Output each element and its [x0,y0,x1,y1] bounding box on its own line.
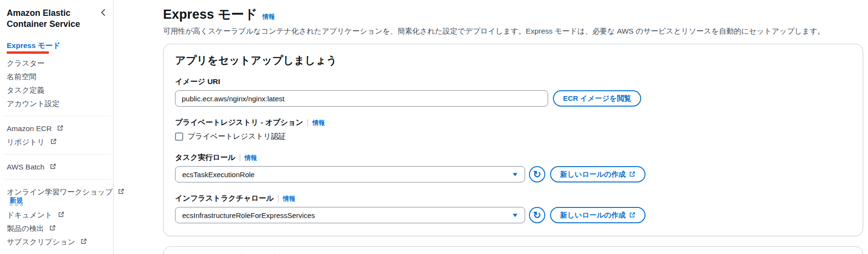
private-registry-auth-checkbox-row[interactable]: プライベートレジストリ認証 [175,132,851,142]
info-link[interactable]: 情報 [312,119,325,127]
external-link-icon [58,211,64,219]
external-link-icon [50,163,56,171]
page-title: Express モード [163,6,258,23]
task-role-selected-value: ecsTaskExecutionRole [182,170,255,179]
main-content: Express モード 情報 可用性が高くスケーラブルなコンテナ化されたアプリケ… [114,0,868,254]
setup-card: アプリをセットアップしましょう イメージ URI ECR イメージを閲覧 プライ… [163,44,863,236]
sidebar-item-subscriptions[interactable]: サブスクリプション [7,238,108,246]
image-uri-label: イメージ URI [175,77,220,87]
private-registry-section: プライベートレジストリ - オプション 情報 プライベートレジストリ認証 [175,118,851,142]
page-header: Express モード 情報 [163,6,863,23]
other-settings-expander[interactable]: ▶ その他の設定 - オプション [163,246,863,254]
refresh-icon: ↻ [533,169,541,179]
sidebar-item-repositories[interactable]: リポジトリ [7,138,108,146]
browse-ecr-images-button[interactable]: ECR イメージを閲覧 [553,90,641,107]
sidebar-header: Amazon Elastic Container Service [7,8,113,30]
label-separator [307,119,308,126]
infra-role-select[interactable]: ecsInfrastructureRoleForExpressServices … [175,207,525,223]
external-link-icon [629,211,635,219]
sidebar-item-clusters[interactable]: クラスター [7,59,108,67]
refresh-button[interactable]: ↻ [529,207,545,223]
sidebar-item-aws-batch[interactable]: AWS Batch [7,163,108,171]
create-new-role-button[interactable]: 新しいロールの作成 [550,166,645,182]
create-new-role-button[interactable]: 新しいロールの作成 [550,207,645,223]
sidebar-item-namespaces[interactable]: 名前空間 [7,73,108,81]
setup-card-title: アプリをセットアップしましょう [175,53,851,68]
sidebar-item-express-mode[interactable]: Express モード [7,41,108,54]
external-link-icon [50,138,57,146]
info-link[interactable]: 情報 [245,154,257,162]
info-link[interactable]: 情報 [262,12,275,21]
external-link-icon [81,238,87,246]
sidebar-divider [4,116,110,116]
checkbox-unchecked[interactable] [175,133,183,141]
refresh-button[interactable]: ↻ [529,166,545,182]
image-uri-input[interactable] [175,90,548,107]
sidebar-divider [4,179,110,180]
sidebar-item-product-discovery[interactable]: 製品の検出 [7,224,108,232]
private-registry-label: プライベートレジストリ - オプション [175,118,303,128]
image-uri-field: イメージ URI ECR イメージを閲覧 [175,77,851,107]
sidebar-item-task-definitions[interactable]: タスク定義 [7,86,108,94]
infra-role-label: インフラストラクチャロール [175,194,274,204]
sidebar-item-amazon-ecr[interactable]: Amazon ECR [7,124,108,133]
refresh-icon: ↻ [533,210,541,220]
external-link-icon [57,125,63,133]
sidebar-divider [4,154,110,155]
task-role-label: タスク実行ロール [175,153,235,163]
label-separator [278,195,279,202]
external-link-icon [118,188,124,196]
task-role-select[interactable]: ecsTaskExecutionRole ▼ [175,166,525,182]
sidebar-item-online-workshop[interactable]: オンライン学習ワークショップ 新規 [7,188,108,206]
page-description: 可用性が高くスケーラブルなコンテナ化されたアプリケーションを、簡素化された設定で… [163,26,863,36]
caret-down-icon: ▼ [511,212,518,218]
infrastructure-role-field: インフラストラクチャロール 情報 ecsInfrastructureRoleFo… [175,194,851,223]
checkbox-label: プライベートレジストリ認証 [188,132,286,142]
label-separator [240,154,240,161]
annotation-red-underline [7,51,49,54]
sidebar-item-documentation[interactable]: ドキュメント [7,211,108,219]
info-link[interactable]: 情報 [283,194,295,203]
sidebar-collapse-button[interactable] [101,9,106,18]
chevron-left-icon [101,9,106,16]
new-badge[interactable]: 新規 [10,196,23,206]
caret-down-icon: ▼ [511,171,518,178]
sidebar-nav: Express モード クラスター 名前空間 タスク定義 アカウント設定 Ama… [7,41,113,246]
task-execution-role-field: タスク実行ロール 情報 ecsTaskExecutionRole ▼ ↻ 新しい… [175,153,851,182]
external-link-icon [49,225,56,232]
infra-role-selected-value: ecsInfrastructureRoleForExpressServices [182,211,315,219]
sidebar: Amazon Elastic Container Service Express… [0,0,114,254]
sidebar-item-account-settings[interactable]: アカウント設定 [7,99,108,108]
external-link-icon [629,170,635,179]
service-title: Amazon Elastic Container Service [7,8,87,30]
